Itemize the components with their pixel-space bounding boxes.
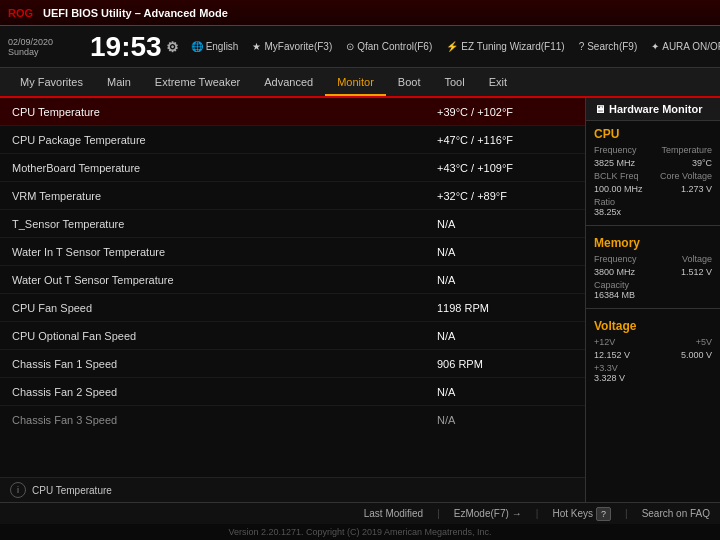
menu-my-favorites[interactable]: My Favorites <box>8 70 95 94</box>
row-value: 906 RPM <box>425 354 585 374</box>
row-label: CPU Fan Speed <box>0 298 425 318</box>
row-value: +39°C / +102°F <box>425 102 585 122</box>
row-value: N/A <box>425 382 585 402</box>
bclk-value: 100.00 MHz <box>594 184 643 194</box>
row-label: CPU Package Temperature <box>0 130 425 150</box>
row-label: Chassis Fan 3 Speed <box>0 410 425 430</box>
table-row[interactable]: CPU Optional Fan Speed N/A <box>0 322 585 350</box>
table-row[interactable]: Water Out T Sensor Temperature N/A <box>0 266 585 294</box>
language-icon: 🌐 <box>191 41 203 52</box>
search-button[interactable]: ? Search(F9) <box>579 41 638 52</box>
favorite-icon: ★ <box>252 41 261 52</box>
row-value: +47°C / +116°F <box>425 130 585 150</box>
menu-main[interactable]: Main <box>95 70 143 94</box>
divider-1: | <box>437 508 440 519</box>
search-faq-label: Search on FAQ <box>642 508 710 519</box>
mem-capacity-label: Capacity <box>594 280 712 290</box>
time-display: 19:53 ⚙ <box>90 33 179 61</box>
ez-tuning-button[interactable]: ⚡ EZ Tuning Wizard(F11) <box>446 41 564 52</box>
hw-panel-header: 🖥 Hardware Monitor <box>586 98 720 121</box>
bottom-bar: Last Modified | EzMode(F7) → | Hot Keys … <box>0 502 720 524</box>
table-row[interactable]: Chassis Fan 1 Speed 906 RPM <box>0 350 585 378</box>
search-faq-button[interactable]: Search on FAQ <box>642 508 710 519</box>
row-value: N/A <box>425 214 585 234</box>
version-text: Version 2.20.1271. Copyright (C) 2019 Am… <box>228 527 491 537</box>
tuning-icon: ⚡ <box>446 41 458 52</box>
table-row[interactable]: MotherBoard Temperature +43°C / +109°F <box>0 154 585 182</box>
ez-mode-label: EzMode(F7) <box>454 508 509 519</box>
last-modified-item: Last Modified <box>364 508 423 519</box>
plus33v-value: 3.328 V <box>594 373 712 383</box>
cpu-section-title: CPU <box>594 127 712 141</box>
table-row[interactable]: CPU Temperature +39°C / +102°F <box>0 98 585 126</box>
ez-mode-button[interactable]: EzMode(F7) → <box>454 508 522 519</box>
cpu-freq-val-row: 3825 MHz 39°C <box>594 158 712 168</box>
language-selector[interactable]: 🌐 English <box>191 41 239 52</box>
row-label: Chassis Fan 2 Speed <box>0 382 425 402</box>
row-label: CPU Optional Fan Speed <box>0 326 425 346</box>
my-favorite-button[interactable]: ★ MyFavorite(F3) <box>252 41 332 52</box>
monitor-table: CPU Temperature +39°C / +102°F CPU Packa… <box>0 98 585 477</box>
row-label: MotherBoard Temperature <box>0 158 425 178</box>
datetime-left: 02/09/2020 Sunday <box>8 37 78 57</box>
cpu-bclk-val-row: 100.00 MHz 1.273 V <box>594 184 712 194</box>
mem-freq-label: Frequency <box>594 254 637 264</box>
table-row[interactable]: CPU Package Temperature +47°C / +116°F <box>0 126 585 154</box>
hot-keys-badge: ? <box>596 507 611 521</box>
cpu-freq-row: Frequency Temperature <box>594 145 712 155</box>
cpu-temp-label: Temperature <box>661 145 712 155</box>
row-label: VRM Temperature <box>0 186 425 206</box>
table-row[interactable]: Chassis Fan 3 Speed N/A <box>0 406 585 434</box>
info-bar: i CPU Temperature <box>0 477 585 502</box>
last-modified-label: Last Modified <box>364 508 423 519</box>
info-label-text: CPU Temperature <box>32 485 112 496</box>
table-row[interactable]: T_Sensor Temperature N/A <box>0 210 585 238</box>
menu-tool[interactable]: Tool <box>432 70 476 94</box>
row-value: N/A <box>425 410 585 430</box>
qfan-control-button[interactable]: ⊙ Qfan Control(F6) <box>346 41 432 52</box>
plus33v-label: +3.3V <box>594 363 712 373</box>
date-display: 02/09/2020 <box>8 37 78 47</box>
monitor-icon: 🖥 <box>594 103 605 115</box>
mem-capacity-value: 16384 MB <box>594 290 712 300</box>
row-label: Water Out T Sensor Temperature <box>0 270 425 290</box>
fan-icon: ⊙ <box>346 41 354 52</box>
divider-2: | <box>536 508 539 519</box>
table-row[interactable]: Chassis Fan 2 Speed N/A <box>0 378 585 406</box>
row-value: +43°C / +109°F <box>425 158 585 178</box>
aura-label: AURA ON/OFF(F4) <box>662 41 720 52</box>
language-label: English <box>206 41 239 52</box>
table-row[interactable]: VRM Temperature +32°C / +89°F <box>0 182 585 210</box>
hw-divider-2 <box>586 308 720 309</box>
search-icon: ? <box>579 41 585 52</box>
table-row[interactable]: Water In T Sensor Temperature N/A <box>0 238 585 266</box>
menu-extreme-tweaker[interactable]: Extreme Tweaker <box>143 70 252 94</box>
cpu-freq-value: 3825 MHz <box>594 158 635 168</box>
core-voltage-value: 1.273 V <box>681 184 712 194</box>
aura-button[interactable]: ✦ AURA ON/OFF(F4) <box>651 41 720 52</box>
mem-voltage-value: 1.512 V <box>681 267 712 277</box>
ratio-value: 38.25x <box>594 207 712 217</box>
menu-exit[interactable]: Exit <box>477 70 519 94</box>
rog-logo: ROG <box>8 7 33 19</box>
search-label: Search(F9) <box>587 41 637 52</box>
settings-icon[interactable]: ⚙ <box>166 40 179 54</box>
bios-container: ROG UEFI BIOS Utility – Advanced Mode 02… <box>0 0 720 540</box>
bios-title: UEFI BIOS Utility – Advanced Mode <box>43 7 712 19</box>
row-value: N/A <box>425 242 585 262</box>
row-label: CPU Temperature <box>0 102 425 122</box>
menu-monitor[interactable]: Monitor <box>325 70 386 96</box>
row-label: Chassis Fan 1 Speed <box>0 354 425 374</box>
cpu-bclk-row: BCLK Freq Core Voltage <box>594 171 712 181</box>
voltage-12-5-val-row: 12.152 V 5.000 V <box>594 350 712 360</box>
table-row[interactable]: CPU Fan Speed 1198 RPM <box>0 294 585 322</box>
monitor-panel: CPU Temperature +39°C / +102°F CPU Packa… <box>0 98 585 502</box>
menu-advanced[interactable]: Advanced <box>252 70 325 94</box>
time-value: 19:53 <box>90 33 162 61</box>
ez-mode-icon: → <box>512 508 522 519</box>
cpu-temp-value: 39°C <box>692 158 712 168</box>
version-bar: Version 2.20.1271. Copyright (C) 2019 Am… <box>0 524 720 540</box>
menu-boot[interactable]: Boot <box>386 70 433 94</box>
hw-divider-1 <box>586 225 720 226</box>
qfan-label: Qfan Control(F6) <box>357 41 432 52</box>
